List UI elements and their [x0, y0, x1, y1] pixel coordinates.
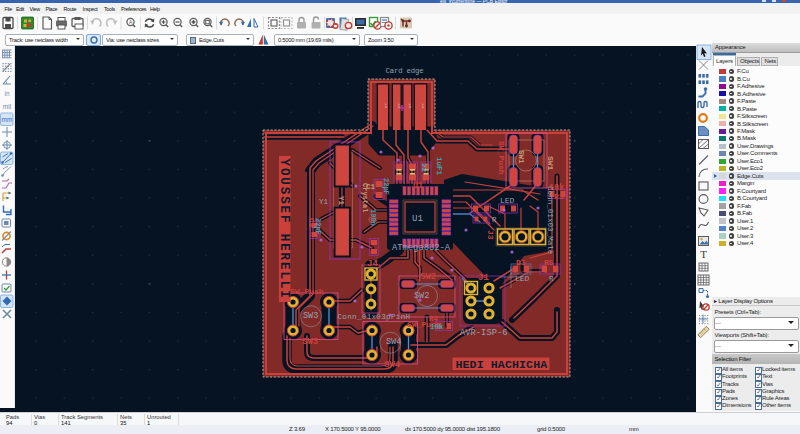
svg-text:Card edge: Card edge: [386, 67, 424, 75]
svg-text:R5: R5: [544, 258, 554, 267]
svg-text:D3: D3: [516, 258, 526, 267]
svg-text:LED: LED: [500, 196, 515, 205]
svg-text:SW3: SW3: [302, 337, 318, 347]
svg-text:SW2: SW2: [414, 291, 429, 301]
svg-text:SW4: SW4: [384, 360, 401, 370]
svg-text:+3: +3: [421, 103, 425, 108]
svg-text:22pF: 22pF: [314, 218, 322, 235]
svg-text:SW3: SW3: [303, 311, 318, 321]
svg-text:100n: 100n: [369, 209, 377, 226]
svg-text:J4: J4: [367, 259, 378, 269]
svg-text:R: R: [492, 216, 497, 224]
svg-text:10k: 10k: [430, 323, 444, 331]
svg-text:LED: LED: [515, 274, 530, 283]
svg-text:J3: J3: [486, 230, 495, 240]
svg-text:SW1: SW1: [546, 156, 555, 171]
svg-text:A: A: [129, 19, 133, 25]
svg-text:Conn_01x03_Male: Conn_01x03_Male: [546, 186, 554, 255]
svg-text:R4: R4: [429, 315, 439, 323]
svg-text:in: in: [4, 90, 9, 97]
svg-text:T: T: [700, 248, 707, 260]
svg-text:+3: +3: [384, 103, 388, 108]
svg-text:R: R: [549, 275, 554, 283]
svg-text:Conn_01x03pPinH: Conn_01x03pPinH: [338, 313, 411, 321]
svg-text:U1: U1: [412, 214, 423, 224]
svg-text:YOUSSEF HERELLI: YOUSSEF HERELLI: [277, 159, 291, 300]
svg-text:mm: mm: [2, 116, 13, 123]
svg-text:U1: U1: [413, 181, 423, 191]
svg-text:AVR-ISP-6: AVR-ISP-6: [460, 328, 508, 338]
svg-text:SW_Push: SW_Push: [497, 141, 506, 175]
svg-text:Y1: Y1: [337, 196, 345, 206]
svg-text:J1: J1: [478, 273, 489, 283]
svg-text:mil: mil: [3, 103, 12, 110]
svg-text:+3: +3: [397, 103, 401, 108]
svg-text:ATmega8U2-A: ATmega8U2-A: [392, 243, 451, 253]
svg-text:Crystal: Crystal: [361, 183, 369, 212]
svg-text:+3: +3: [408, 103, 412, 108]
svg-text:SW1: SW1: [517, 150, 525, 164]
svg-text:SW2: SW2: [420, 272, 436, 282]
svg-text:22pF: 22pF: [382, 178, 390, 195]
svg-text:R3: R3: [554, 192, 564, 201]
svg-text:1uF1: 1uF1: [435, 157, 443, 176]
svg-text:SW_Push: SW_Push: [290, 287, 324, 296]
svg-text:SW4: SW4: [386, 337, 401, 347]
svg-text:HEDI HACHICHA: HEDI HACHICHA: [456, 358, 548, 371]
svg-text:22: 22: [420, 163, 428, 173]
svg-text:Y1: Y1: [319, 198, 329, 206]
